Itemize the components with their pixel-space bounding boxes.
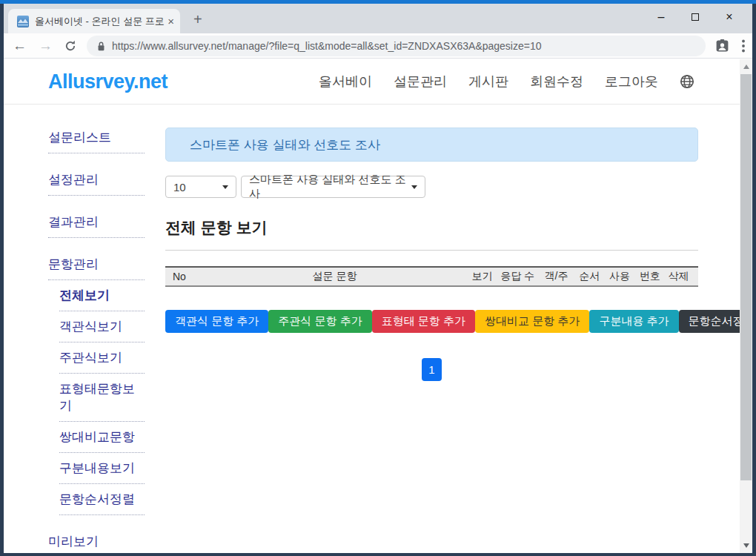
back-icon[interactable]: ← xyxy=(13,39,27,53)
sidebar-item-survey-list[interactable]: 설문리스트 xyxy=(48,128,145,153)
site-header: Allusrvey.net 올서베이 설문관리 게시판 회원수정 로그아웃 xyxy=(4,59,752,105)
page-title: 전체 문항 보기 xyxy=(165,217,698,251)
tab-strip: 올서베이넷 - 온라인 설문 프로그 × + – × xyxy=(4,4,752,33)
add-table-type-button[interactable]: 표형태 문항 추가 xyxy=(372,310,475,333)
sidebar-item-question-manage[interactable]: 문항관리 xyxy=(48,254,145,280)
chevron-down-icon xyxy=(411,185,417,189)
nav-allsurvey[interactable]: 올서베이 xyxy=(319,73,372,90)
browser-menu-icon[interactable] xyxy=(742,39,745,53)
nav-board[interactable]: 게시판 xyxy=(468,73,508,90)
chevron-down-icon xyxy=(222,185,228,189)
lock-icon xyxy=(97,41,105,51)
pagination: 1 xyxy=(165,358,698,381)
pagesize-select[interactable]: 10 xyxy=(165,176,236,198)
nav-member-edit[interactable]: 회원수정 xyxy=(530,73,583,90)
maximize-icon xyxy=(692,13,699,21)
close-button[interactable]: × xyxy=(712,10,746,24)
col-response-count: 응답 수 xyxy=(497,270,538,283)
tab-title: 올서베이넷 - 온라인 설문 프로그 xyxy=(35,15,165,28)
tab-close-icon[interactable]: × xyxy=(168,15,174,27)
scroll-up-icon[interactable] xyxy=(740,61,752,73)
sidebar-item-settings[interactable]: 설정관리 xyxy=(48,170,145,196)
profile-badge-icon[interactable] xyxy=(714,38,730,53)
sidebar-item-view-sections[interactable]: 구분내용보기 xyxy=(59,458,145,484)
sidebar-item-view-multiple-choice[interactable]: 객관식보기 xyxy=(59,317,145,342)
content-row: 설문리스트 설정관리 결과관리 문항관리 전체보기 객관식보기 주관식보기 표형… xyxy=(4,105,752,556)
minimize-button[interactable]: – xyxy=(644,10,678,24)
browser-tab[interactable]: 올서베이넷 - 온라인 설문 프로그 × xyxy=(8,9,180,33)
nav-logout[interactable]: 로그아웃 xyxy=(605,73,658,90)
reload-icon[interactable] xyxy=(64,40,76,52)
col-view: 보기 xyxy=(468,270,497,283)
page-number-1[interactable]: 1 xyxy=(422,358,442,381)
forward-icon: → xyxy=(39,39,53,53)
col-number: 번호 xyxy=(634,270,665,283)
survey-select-value: 스마트폰 사용 실태와 선호도 조사 xyxy=(249,173,411,201)
sidebar: 설문리스트 설정관리 결과관리 문항관리 전체보기 객관식보기 주관식보기 표형… xyxy=(48,128,145,556)
page-content: Allusrvey.net 올서베이 설문관리 게시판 회원수정 로그아웃 xyxy=(4,59,752,553)
sidebar-item-view-table-type[interactable]: 표형태문항보기 xyxy=(59,379,145,422)
col-use: 사용 xyxy=(605,270,635,283)
add-open-ended-button[interactable]: 주관식 문항 추가 xyxy=(268,310,371,333)
add-question-buttons: 객관식 문항 추가 주관식 문항 추가 표형태 문항 추가 쌍대비교 문항 추가… xyxy=(165,310,698,333)
question-table-header: No 설문 문항 보기 응답 수 객/주 순서 사용 번호 삭제 xyxy=(165,266,698,287)
sidebar-item-view-all[interactable]: 전체보기 xyxy=(59,285,145,311)
survey-select[interactable]: 스마트폰 사용 실태와 선호도 조사 xyxy=(241,176,425,198)
scroll-down-icon[interactable] xyxy=(740,540,752,552)
maximize-button[interactable] xyxy=(678,10,712,24)
window-frame-right xyxy=(752,4,756,556)
window-controls: – × xyxy=(644,6,746,28)
col-question: 설문 문항 xyxy=(202,270,468,283)
browser-window: 올서베이넷 - 온라인 설문 프로그 × + – × ← → https://w… xyxy=(0,0,756,556)
new-tab-button[interactable]: + xyxy=(193,10,202,29)
page-scrollbar[interactable] xyxy=(740,59,752,553)
window-frame-left xyxy=(0,4,4,556)
main-column: 스마트폰 사용 실태와 선호도 조사 10 스마트폰 사용 실태와 선호도 조사… xyxy=(165,128,698,556)
window-frame-top xyxy=(0,0,756,4)
col-no: No xyxy=(173,271,202,282)
sidebar-item-view-open-ended[interactable]: 주관식보기 xyxy=(59,348,145,374)
survey-title-banner: 스마트폰 사용 실태와 선호도 조사 xyxy=(165,128,698,162)
pagesize-value: 10 xyxy=(173,181,186,193)
add-pairwise-button[interactable]: 쌍대비교 문항 추가 xyxy=(475,310,589,333)
sidebar-item-results[interactable]: 결과관리 xyxy=(48,212,145,238)
globe-icon[interactable] xyxy=(680,74,694,89)
filter-controls: 10 스마트폰 사용 실태와 선호도 조사 xyxy=(165,176,698,198)
window-frame-bottom xyxy=(0,553,756,556)
site-favicon xyxy=(17,16,29,27)
url-text: https://www.allsurvey.net/manage/?file=q… xyxy=(112,40,542,52)
col-type: 객/주 xyxy=(538,270,574,283)
scrollbar-thumb[interactable] xyxy=(740,74,752,480)
col-order: 순서 xyxy=(574,270,605,283)
col-delete: 삭제 xyxy=(665,270,692,283)
address-bar[interactable]: https://www.allsurvey.net/manage/?file=q… xyxy=(87,36,706,56)
browser-toolbar: ← → https://www.allsurvey.net/manage/?fi… xyxy=(4,33,752,59)
sidebar-item-pairwise[interactable]: 쌍대비교문항 xyxy=(59,427,145,453)
add-multiple-choice-button[interactable]: 객관식 문항 추가 xyxy=(165,310,268,333)
add-section-button[interactable]: 구분내용 추가 xyxy=(589,310,678,333)
sidebar-item-question-sort[interactable]: 문항순서정렬 xyxy=(59,489,145,515)
main-nav: 올서베이 설문관리 게시판 회원수정 로그아웃 xyxy=(319,73,694,90)
nav-survey-manage[interactable]: 설문관리 xyxy=(394,73,447,90)
site-logo[interactable]: Allusrvey.net xyxy=(48,70,168,93)
